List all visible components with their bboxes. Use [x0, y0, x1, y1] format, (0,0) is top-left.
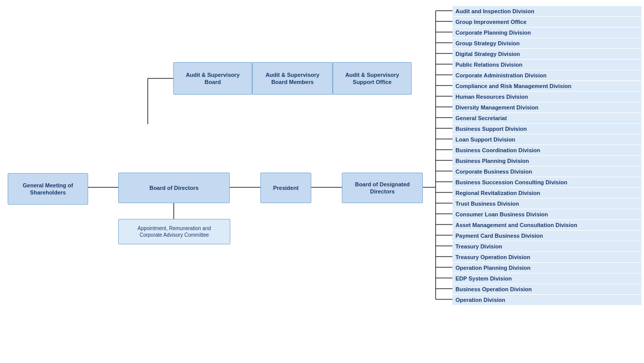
- division-item: Operation Division: [452, 295, 641, 305]
- division-item: Diversity Management Division: [452, 102, 641, 113]
- division-item: General Secretariat: [452, 113, 641, 123]
- division-item: Business Support Division: [452, 124, 641, 134]
- audit-board-node: Audit & Supervisory Board: [173, 62, 252, 95]
- division-item: EDP System Division: [452, 273, 641, 284]
- division-item: Business Succession Consulting Division: [452, 177, 641, 187]
- division-item: Public Relations Division: [452, 60, 641, 70]
- division-item: Corporate Business Division: [452, 166, 641, 177]
- division-item: Group Strategy Division: [452, 38, 641, 48]
- org-chart: General Meeting of Shareholders Audit & …: [0, 0, 644, 363]
- division-item: Operation Planning Division: [452, 263, 641, 273]
- division-item: Loan Support Division: [452, 134, 641, 145]
- board-designated-node: Board of Designated Directors: [342, 173, 423, 203]
- division-item: Asset Management and Consultation Divisi…: [452, 220, 641, 230]
- division-item: Corporate Planning Division: [452, 27, 641, 38]
- division-item: Business Operation Division: [452, 284, 641, 294]
- audit-office-node: Audit & Supervisory Support Office: [333, 62, 412, 95]
- division-item: Regional Revitalization Division: [452, 188, 641, 198]
- division-item: Business Planning Division: [452, 156, 641, 166]
- division-item: Group Improvement Office: [452, 17, 641, 27]
- division-item: Trust Business Division: [452, 199, 641, 209]
- president-node: President: [260, 173, 311, 203]
- appointment-node: Appointment, Remuneration and Corporate …: [118, 219, 230, 244]
- board-directors-node: Board of Directors: [118, 173, 230, 203]
- division-item: Compliance and Risk Management Division: [452, 81, 641, 91]
- division-item: Human Resources Division: [452, 92, 641, 102]
- audit-members-node: Audit & Supervisory Board Members: [252, 62, 333, 95]
- division-item: Treasury Division: [452, 241, 641, 252]
- division-item: Corporate Administration Division: [452, 70, 641, 80]
- general-meeting-node: General Meeting of Shareholders: [8, 173, 88, 205]
- division-item: Payment Card Business Division: [452, 231, 641, 241]
- division-item: Audit and Inspection Division: [452, 6, 641, 16]
- division-item: Business Coordination Division: [452, 145, 641, 155]
- division-item: Digital Strategy Division: [452, 49, 641, 59]
- division-item: Consumer Loan Business Division: [452, 209, 641, 219]
- division-item: Treasury Operation Division: [452, 252, 641, 262]
